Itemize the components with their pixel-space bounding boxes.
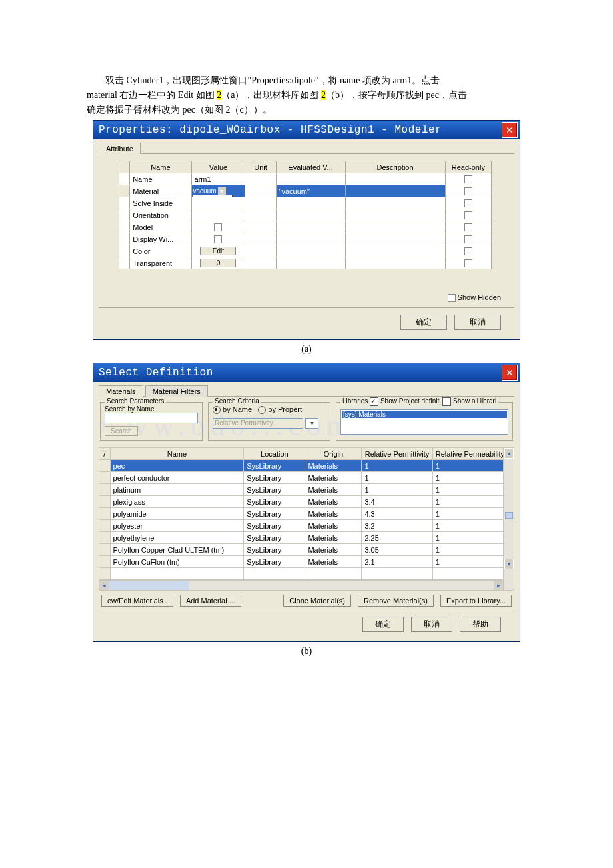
close-icon[interactable]: ✕ [502, 122, 518, 138]
ok-button[interactable]: 确定 [362, 617, 404, 632]
vertical-scrollbar[interactable]: ▴ ▾ [504, 447, 514, 591]
checkbox-icon[interactable] [464, 187, 472, 195]
by-property-radio[interactable] [258, 406, 266, 414]
caption-b: (b) [87, 646, 526, 657]
scroll-right-icon[interactable]: ▸ [494, 581, 503, 590]
search-parameters-group: Search Parameters Search by Name Search [100, 402, 203, 441]
tab-materials[interactable]: Materials [99, 385, 143, 397]
select-definition-window: Select Definition ✕ www.bdo...com Materi… [93, 363, 520, 642]
show-hidden-checkbox[interactable] [448, 294, 456, 302]
chevron-down-icon[interactable]: ▾ [305, 418, 318, 429]
edit-materials-button[interactable]: ew/Edit Materials . [101, 595, 173, 607]
edit-color-button[interactable]: Edit [200, 247, 236, 255]
export-library-button[interactable]: Export to Library... [440, 595, 512, 607]
checkbox-icon[interactable] [464, 175, 472, 183]
table-row[interactable]: polyethyleneSysLibraryMaterials2.251 [99, 532, 504, 544]
col-eval: Evaluated V... [276, 161, 345, 173]
search-criteria-group: Search Criteria by Name by Propert Relat… [208, 402, 330, 441]
add-material-button[interactable]: Add Material ... [180, 595, 241, 607]
search-by-name-label: Search by Name [105, 405, 198, 413]
table-row[interactable]: Transparent0 [119, 257, 492, 269]
show-all-checkbox[interactable] [442, 397, 451, 406]
legend: Search Criteria [213, 397, 261, 405]
checkbox-icon[interactable] [464, 235, 472, 243]
scroll-down-icon[interactable]: ▾ [504, 559, 514, 569]
checkbox-icon[interactable] [464, 223, 472, 231]
checkbox-icon[interactable] [464, 199, 472, 207]
table-row[interactable]: Namearm1 [119, 173, 492, 185]
show-hidden-label: Show Hidden [458, 293, 501, 301]
titlebar[interactable]: Properties: dipole_WOairbox - HFSSDesign… [93, 121, 520, 139]
checkbox-icon[interactable] [214, 223, 222, 231]
col-name: Name [130, 161, 191, 173]
paragraph: 双击 Cylinder1，出现图形属性窗口"Properties:dipole"… [87, 73, 526, 117]
checkbox-icon[interactable] [464, 259, 472, 267]
table-row[interactable]: Model [119, 221, 492, 233]
materials-table: / Name Location Origin Relative Permitti… [99, 447, 504, 580]
scroll-thumb[interactable] [505, 512, 513, 519]
table-row[interactable]: Polyflon Copper-Clad ULTEM (tm)SysLibrar… [99, 544, 504, 556]
by-name-radio[interactable] [213, 406, 221, 414]
caption-a: (a) [87, 344, 526, 355]
window-title: Select Definition [99, 367, 502, 379]
table-row[interactable]: Orientation [119, 209, 492, 221]
table-row[interactable]: Display Wi... [119, 233, 492, 245]
scroll-left-icon[interactable]: ◂ [99, 581, 109, 590]
scroll-thumb[interactable] [109, 581, 189, 590]
clone-material-button[interactable]: Clone Material(s) [283, 595, 351, 607]
library-selected[interactable]: [sys] Materials [342, 411, 507, 418]
col-desc: Description [345, 161, 445, 173]
horizontal-scrollbar[interactable]: ◂ ▸ [99, 580, 504, 591]
checkbox-icon[interactable] [464, 247, 472, 255]
ok-button[interactable]: 确定 [400, 315, 447, 330]
scroll-up-icon[interactable]: ▴ [504, 448, 514, 459]
col-slash[interactable]: / [99, 448, 111, 460]
window-title: Properties: dipole_WOairbox - HFSSDesign… [99, 124, 502, 136]
table-row[interactable]: Solve Inside [119, 197, 492, 209]
table-row[interactable]: pecSysLibraryMaterials11 [99, 460, 504, 472]
criteria-select[interactable]: Relative Permittivity [213, 418, 303, 429]
table-row[interactable]: platinumSysLibraryMaterials11 [99, 484, 504, 496]
table-row[interactable]: Material vacuum▾ Edit... "pec" "vacuum" … [119, 185, 492, 197]
legend: Search Parameters [105, 397, 166, 405]
flyout-edit[interactable]: Edit... [193, 196, 232, 197]
table-row[interactable]: plexiglassSysLibraryMaterials3.41 [99, 496, 504, 508]
cancel-button[interactable]: 取消 [411, 617, 452, 632]
cancel-button[interactable]: 取消 [454, 315, 501, 330]
tab-attribute[interactable]: Attribute [99, 143, 141, 154]
material-flyout[interactable]: Edit... "pec" "vacuum" [193, 195, 233, 197]
table-row[interactable]: polyamideSysLibraryMaterials4.31 [99, 508, 504, 520]
tab-material-filters[interactable]: Material Filters [145, 385, 208, 397]
table-row[interactable]: polyesterSysLibraryMaterials3.21 [99, 520, 504, 532]
help-button[interactable]: 帮助 [460, 617, 501, 632]
libraries-group: Libraries Show Project definiti Show all… [336, 402, 513, 441]
search-input[interactable] [105, 413, 198, 423]
col-readonly: Read-only [445, 161, 491, 173]
table-row[interactable]: perfect conductorSysLibraryMaterials11 [99, 472, 504, 484]
transparent-button[interactable]: 0 [200, 259, 236, 267]
remove-material-button[interactable]: Remove Material(s) [358, 595, 434, 607]
col-value: Value [191, 161, 245, 173]
checkbox-icon[interactable] [214, 235, 222, 243]
table-row[interactable]: Polyflon CuFlon (tm)SysLibraryMaterials2… [99, 556, 504, 568]
checkbox-icon[interactable] [464, 211, 472, 219]
properties-table: Name Value Unit Evaluated V... Descripti… [119, 161, 492, 269]
col-unit: Unit [245, 161, 276, 173]
table-row[interactable]: ColorEdit [119, 245, 492, 257]
close-icon[interactable]: ✕ [502, 365, 518, 381]
properties-window: Properties: dipole_WOairbox - HFSSDesign… [93, 120, 520, 340]
titlebar[interactable]: Select Definition ✕ [93, 363, 520, 382]
show-project-checkbox[interactable] [370, 397, 378, 406]
search-button[interactable]: Search [105, 426, 138, 436]
table-row [99, 568, 504, 580]
